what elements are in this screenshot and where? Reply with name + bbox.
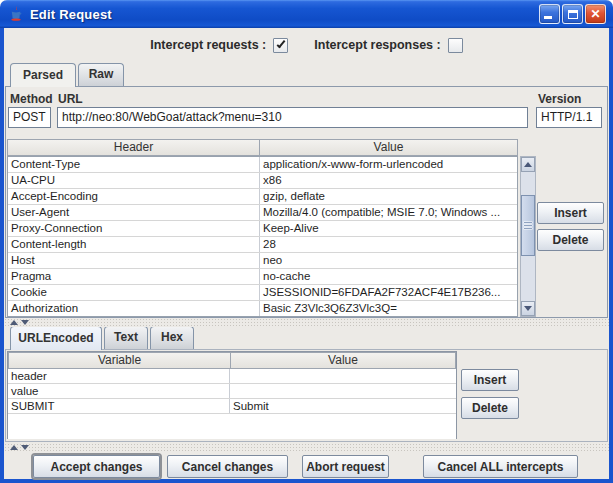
table-row[interactable]: Content-Typeapplication/x-www-form-urlen… <box>8 157 517 173</box>
table-row[interactable]: SUBMITSubmit <box>8 399 456 414</box>
tab-text[interactable]: Text <box>104 326 148 349</box>
tab-urlencoded[interactable]: URLEncoded <box>10 326 102 350</box>
headers-insert-button[interactable]: Insert <box>537 202 604 224</box>
table-cell[interactable]: Basic Z3Vlc3Q6Z3Vlc3Q= <box>260 301 517 316</box>
url-field[interactable]: http://neo:80/WebGoat/attack?menu=310 <box>57 107 528 128</box>
cancel-all-intercepts-button[interactable]: Cancel ALL intercepts <box>423 455 578 478</box>
collapse-down-icon[interactable] <box>21 320 29 325</box>
scroll-up-button[interactable] <box>521 157 535 172</box>
table-cell[interactable] <box>230 384 456 398</box>
collapse-down-icon[interactable] <box>21 445 29 450</box>
accept-changes-button[interactable]: Accept changes <box>33 455 160 478</box>
maximize-button[interactable] <box>562 4 583 24</box>
collapse-up-icon[interactable] <box>10 320 18 325</box>
scroll-down-button[interactable] <box>521 301 535 316</box>
window-controls <box>539 4 606 24</box>
intercept-requests-checkbox[interactable] <box>273 38 288 53</box>
scrollbar-thumb[interactable] <box>521 195 535 256</box>
intercept-responses-label: Intercept responses : <box>314 38 440 52</box>
table-cell[interactable]: neo <box>260 253 517 268</box>
table-cell[interactable]: Host <box>8 253 260 268</box>
table-cell[interactable]: Authorization <box>8 301 260 316</box>
table-row[interactable]: Hostneo <box>8 253 517 269</box>
tab-parsed[interactable]: Parsed <box>10 63 76 87</box>
table-cell[interactable]: 28 <box>260 237 517 252</box>
scroll-up-icon <box>524 162 532 167</box>
table-cell[interactable]: JSESSIONID=6FDAFA2F732ACF4E17B236... <box>260 285 517 300</box>
abort-request-button[interactable]: Abort request <box>302 455 389 478</box>
cancel-changes-button[interactable]: Cancel changes <box>167 455 288 478</box>
table-cell[interactable]: application/x-www-form-urlencoded <box>260 157 517 172</box>
table-row[interactable]: AuthorizationBasic Z3Vlc3Q6Z3Vlc3Q= <box>8 301 517 317</box>
tab-hex[interactable]: Hex <box>150 326 194 349</box>
java-coffee-cup-icon <box>8 6 24 22</box>
split-divider-bottom[interactable] <box>4 443 609 452</box>
table-cell[interactable]: UA-CPU <box>8 173 260 188</box>
tab-raw[interactable]: Raw <box>78 63 124 86</box>
intercept-requests-label: Intercept requests : <box>150 38 266 52</box>
headers-column-header[interactable]: Header <box>7 139 260 156</box>
window-border-bottom <box>0 479 613 483</box>
headers-column-value[interactable]: Value <box>259 139 518 156</box>
minimize-button[interactable] <box>539 4 560 24</box>
params-column-variable[interactable]: Variable <box>8 352 231 369</box>
table-cell[interactable]: no-cache <box>260 269 517 284</box>
table-cell[interactable]: gzip, deflate <box>260 189 517 204</box>
table-cell[interactable]: Content-length <box>8 237 260 252</box>
split-divider-top[interactable] <box>4 318 609 327</box>
table-row[interactable]: header <box>8 369 456 384</box>
collapse-up-icon[interactable] <box>10 445 18 450</box>
table-row[interactable]: Accept-Encodinggzip, deflate <box>8 189 517 205</box>
table-cell[interactable]: Keep-Alive <box>260 221 517 236</box>
check-icon <box>276 39 285 48</box>
maximize-icon <box>568 10 578 19</box>
table-cell[interactable]: SUBMIT <box>8 399 230 413</box>
minimize-icon <box>544 16 552 19</box>
table-row[interactable]: User-AgentMozilla/4.0 (compatible; MSIE … <box>8 205 517 221</box>
table-row[interactable]: CookieJSESSIONID=6FDAFA2F732ACF4E17B236.… <box>8 285 517 301</box>
version-field[interactable]: HTTP/1.1 <box>536 107 602 128</box>
window-border-right <box>609 28 613 479</box>
table-cell[interactable]: Content-Type <box>8 157 260 172</box>
table-row[interactable]: value <box>8 384 456 399</box>
titlebar[interactable]: Edit Request <box>0 0 613 28</box>
table-row[interactable]: Proxy-ConnectionKeep-Alive <box>8 221 517 237</box>
table-cell[interactable]: Pragma <box>8 269 260 284</box>
url-label: URL <box>58 92 83 106</box>
intercept-options-row: Intercept requests : Intercept responses… <box>0 33 613 57</box>
window-title: Edit Request <box>30 7 112 22</box>
table-cell[interactable]: header <box>8 369 230 383</box>
method-label: Method <box>10 92 53 106</box>
edit-request-window: Edit Request Intercept requests : Interc… <box>0 0 613 483</box>
table-cell[interactable]: Submit <box>230 399 456 413</box>
table-cell[interactable]: Mozilla/4.0 (compatible; MSIE 7.0; Windo… <box>260 205 517 220</box>
params-delete-button[interactable]: Delete <box>461 397 519 419</box>
params-column-value[interactable]: Value <box>230 352 456 369</box>
table-cell[interactable]: Proxy-Connection <box>8 221 260 236</box>
window-border-left <box>0 28 4 479</box>
version-label: Version <box>538 92 581 106</box>
intercept-responses-checkbox[interactable] <box>448 38 463 53</box>
table-row[interactable]: UA-CPUx86 <box>8 173 517 189</box>
table-cell[interactable]: value <box>8 384 230 398</box>
params-insert-button[interactable]: Insert <box>461 369 519 391</box>
params-table: headervalueSUBMITSubmit <box>8 369 456 439</box>
table-cell[interactable]: User-Agent <box>8 205 260 220</box>
headers-table: Content-Typeapplication/x-www-form-urlen… <box>7 156 518 317</box>
table-row[interactable]: Pragmano-cache <box>8 269 517 285</box>
table-cell[interactable]: x86 <box>260 173 517 188</box>
table-cell[interactable]: Cookie <box>8 285 260 300</box>
headers-scrollbar[interactable] <box>520 156 536 317</box>
close-button[interactable] <box>585 4 606 24</box>
method-field[interactable]: POST <box>8 107 51 128</box>
scroll-down-icon <box>524 306 532 311</box>
table-row[interactable]: Content-length28 <box>8 237 517 253</box>
headers-delete-button[interactable]: Delete <box>537 229 604 251</box>
table-cell[interactable] <box>230 369 456 383</box>
table-cell[interactable]: Accept-Encoding <box>8 189 260 204</box>
